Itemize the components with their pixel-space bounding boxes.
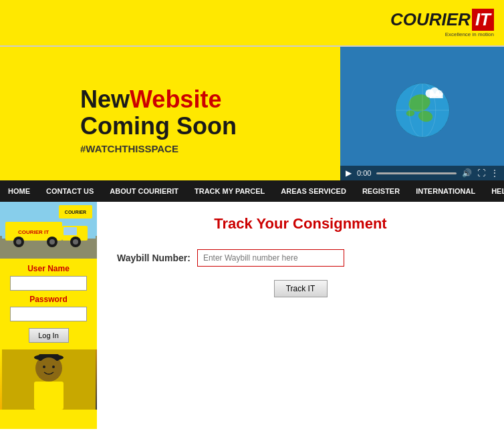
hero-heading: NewWebsite Coming Soon [80,86,340,139]
hero-video[interactable]: ▶ 0:00 🔊 ⛶ ⋮ [340,47,504,180]
password-input[interactable] [10,307,87,321]
video-controls[interactable]: ▶ 0:00 🔊 ⛶ ⋮ [340,166,504,180]
svg-text:COURIER IT: COURIER IT [17,229,48,235]
hero-website: Website [130,86,221,113]
nav-about[interactable]: ABOUT COURIERIT [102,180,186,202]
header: COURIER IT Excellence in motion [0,0,504,47]
more-options-icon[interactable]: ⋮ [491,168,499,178]
svg-text:COURIER: COURIER [64,210,86,214]
nav-areas[interactable]: AREAS SERVICED [273,180,354,202]
truck-svg: COURIER COURIER IT [2,202,96,259]
waybill-input[interactable] [197,249,344,267]
svg-point-31 [38,357,59,379]
waybill-label: Waybill Number: [117,253,191,263]
nav-help[interactable]: HELP [483,180,504,202]
logo: COURIER IT [390,9,494,31]
video-progress-bar[interactable] [376,172,457,174]
person-svg [2,349,96,410]
volume-icon[interactable]: 🔊 [462,168,472,178]
content-area: Track Your Consignment Waybill Number: T… [97,202,504,429]
logo-courier-text: COURIER [390,9,471,30]
svg-rect-11 [429,94,443,98]
hero-hashtag: #WATCHTHISSPACE [80,143,340,154]
hero-new: New [80,86,130,113]
username-input[interactable] [10,276,87,291]
svg-rect-35 [39,382,59,395]
hero-coming-soon: Coming Soon [80,112,237,140]
svg-point-33 [52,365,55,368]
sidebar-person-photo [0,349,97,410]
logo-tagline: Excellence in motion [445,31,494,37]
main-content: COURIER COURIER IT Us [0,202,504,429]
fullscreen-icon[interactable]: ⛶ [477,168,485,178]
hero-text: NewWebsite Coming Soon #WATCHTHISSPACE [0,47,340,180]
nav-international[interactable]: INTERNATIONAL [408,180,483,202]
svg-rect-19 [64,227,77,235]
sidebar-truck-image: COURIER COURIER IT [0,202,97,259]
video-time: 0:00 [357,169,371,177]
nav-register[interactable]: REGISTER [354,180,408,202]
svg-point-32 [43,365,45,368]
logo-it-text: IT [472,9,494,31]
play-button[interactable]: ▶ [346,168,352,178]
username-label: User Name [27,264,70,273]
waybill-row: Waybill Number: [117,249,484,267]
password-label: Password [29,295,68,304]
track-title: Track Your Consignment [117,215,484,233]
nav-track[interactable]: TRACK MY PARCEL [186,180,273,202]
nav-contact-us[interactable]: CONTACT US [38,180,102,202]
hero-section: NewWebsite Coming Soon #WATCHTHISSPACE [0,47,504,180]
globe-icon [392,80,453,140]
svg-point-25 [73,239,78,245]
nav-home[interactable]: HOME [0,180,38,202]
navigation: HOME CONTACT US ABOUT COURIERIT TRACK MY… [0,180,504,202]
sidebar: COURIER COURIER IT Us [0,202,97,429]
login-button[interactable]: Log In [29,328,69,343]
truck-scene: COURIER COURIER IT [0,202,97,259]
svg-point-23 [49,239,55,245]
logo-container: COURIER IT Excellence in motion [390,9,494,37]
svg-point-21 [16,239,21,245]
track-button[interactable]: Track IT [274,280,328,297]
